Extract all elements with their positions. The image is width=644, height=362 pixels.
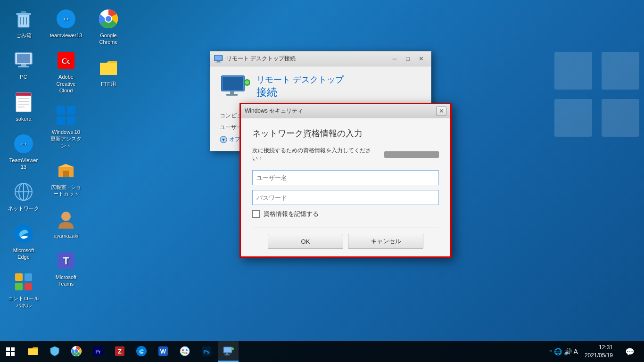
- svg-rect-48: [217, 61, 220, 62]
- desktop-icon-hirosaba[interactable]: 広報室 - ショートカット: [47, 156, 85, 200]
- svg-point-40: [61, 212, 71, 221]
- sakura-label: sakura: [16, 115, 31, 122]
- security-cancel-btn[interactable]: キャンセル: [348, 234, 423, 249]
- svg-rect-29: [15, 283, 23, 290]
- svg-rect-27: [15, 273, 23, 281]
- rdp-titlebar-icon: [214, 55, 223, 63]
- security-content: ネットワーク資格情報の入力 次に接続するための資格情報を入力してください： 資格…: [241, 118, 450, 256]
- svg-point-73: [182, 349, 184, 351]
- remember-credentials-row[interactable]: 資格情報を記憶する: [252, 210, 439, 218]
- desktop-icon-win10-update[interactable]: Windows 10 更新アシスタント: [47, 101, 85, 152]
- svg-rect-6: [21, 11, 26, 13]
- teams-icon: T: [55, 249, 77, 272]
- tray-speaker-icon[interactable]: 🔊: [564, 348, 572, 355]
- rdp-maximize-btn[interactable]: □: [402, 54, 414, 64]
- rdp-controls: ─ □ ✕: [388, 54, 427, 64]
- pc-label: PC: [20, 74, 27, 80]
- security-desc-text: 次に接続するための資格情報を入力してください：: [252, 147, 379, 163]
- desktop-icon-recycle-bin[interactable]: ごみ箱: [5, 5, 42, 41]
- start-button[interactable]: [0, 341, 21, 362]
- security-divider: [252, 228, 439, 228]
- ayamazaki-label: ayamazaki: [54, 232, 79, 239]
- security-ok-btn[interactable]: OK: [268, 234, 343, 249]
- svg-rect-15: [16, 93, 31, 96]
- svg-point-75: [184, 352, 186, 354]
- svg-rect-11: [17, 54, 30, 63]
- desktop: ごみ箱 PC sakura ↔ TeamViewer 13 ネットワーク: [0, 0, 644, 362]
- chrome-icon: [97, 8, 120, 30]
- svg-rect-51: [223, 77, 243, 90]
- taskbar-app-paint[interactable]: [174, 341, 195, 362]
- svg-point-72: [180, 346, 190, 356]
- security-buttons: OK キャンセル: [252, 234, 439, 249]
- desktop-icon-teamviewer[interactable]: ↔ TeamViewer 13: [5, 130, 42, 173]
- desktop-icon-sakura[interactable]: sakura: [5, 88, 42, 125]
- taskbar-app-explorer[interactable]: [23, 341, 43, 362]
- rdp-monitor-icon: [220, 74, 250, 100]
- rdp-minimize-btn[interactable]: ─: [388, 54, 401, 64]
- desktop-icon-teams[interactable]: T Microsoft Teams: [47, 247, 85, 290]
- taskbar-app-filezilla[interactable]: Z: [109, 341, 130, 362]
- taskbar-tray: ^ 🌐 🔊 A 12:31 2021/05/19 💬: [549, 341, 644, 362]
- svg-rect-49: [215, 62, 221, 63]
- desktop-icon-ayamazaki[interactable]: ayamazaki: [47, 205, 85, 242]
- tray-chevron[interactable]: ^: [549, 349, 552, 354]
- svg-rect-59: [11, 347, 15, 351]
- desktop-icon-edge[interactable]: Microsoft Edge: [5, 220, 42, 263]
- svg-text:Ps: Ps: [203, 349, 209, 354]
- password-input[interactable]: [252, 190, 439, 205]
- security-description: 次に接続するための資格情報を入力してください：: [252, 147, 439, 163]
- hirosaba-icon: [55, 159, 77, 182]
- taskbar-app-security[interactable]: [44, 341, 65, 362]
- win10-update-label: Windows 10 更新アシスタント: [49, 129, 83, 149]
- svg-rect-39: [63, 171, 69, 177]
- svg-text:↔: ↔: [19, 139, 28, 148]
- recycle-bin-label: ごみ箱: [16, 32, 32, 39]
- rdp-titlebar: リモート デスクトップ接続 ─ □ ✕: [210, 51, 431, 66]
- svg-text:T: T: [63, 255, 69, 267]
- svg-text:Z: Z: [118, 348, 122, 355]
- adobe-label: Adobe Creative Cloud: [49, 74, 83, 94]
- tray-network-icon: 🌐: [554, 348, 562, 355]
- taskbar-clock[interactable]: 12:31 2021/05/19: [581, 344, 617, 360]
- desktop-icon-network[interactable]: ネットワーク: [5, 178, 42, 214]
- svg-rect-36: [67, 106, 75, 115]
- taskbar-app-word[interactable]: W: [153, 341, 173, 362]
- rdp-window-title: リモート デスクトップ接続: [226, 55, 388, 63]
- chrome-label: Google Chrome: [91, 32, 125, 46]
- control-panel-icon: [12, 271, 35, 293]
- taskbar-app-premiere[interactable]: Pr: [88, 341, 108, 362]
- taskbar-app-photoshop[interactable]: Ps: [196, 341, 217, 362]
- desktop-icon-teamviewer13[interactable]: ↔ teamviewer13: [47, 5, 85, 41]
- tray-ime-icon[interactable]: A: [574, 348, 578, 355]
- desktop-icon-chrome[interactable]: Google Chrome: [90, 5, 127, 49]
- taskbar-app-rdp[interactable]: [218, 341, 239, 362]
- svg-rect-1: [602, 52, 639, 90]
- teamviewer13-icon: ↔: [55, 8, 77, 30]
- svg-rect-55: [226, 94, 238, 96]
- taskbar-app-chrome[interactable]: [66, 341, 87, 362]
- recycle-bin-icon: [12, 8, 35, 30]
- svg-point-45: [106, 16, 111, 22]
- svg-point-76: [182, 352, 184, 353]
- sakura-icon: [12, 91, 35, 114]
- taskbar-app-edge[interactable]: [131, 341, 152, 362]
- remember-checkbox[interactable]: [252, 210, 260, 218]
- notification-center-btn[interactable]: 💬: [619, 341, 640, 362]
- desktop-icon-pc[interactable]: PC: [5, 46, 42, 83]
- rdp-close-btn[interactable]: ✕: [415, 54, 427, 64]
- security-close-btn[interactable]: ✕: [436, 107, 446, 116]
- svg-rect-54: [230, 91, 234, 94]
- hirosaba-label: 広報室 - ショートカット: [49, 184, 83, 197]
- username-input[interactable]: [252, 170, 439, 185]
- svg-text:↔: ↔: [62, 14, 70, 24]
- desktop-icon-ftp[interactable]: FTP用: [90, 53, 127, 90]
- ftp-label: FTP用: [101, 81, 116, 87]
- ftp-icon: [97, 56, 120, 79]
- teams-label: Microsoft Teams: [49, 274, 83, 288]
- edge-label: Microsoft Edge: [7, 247, 41, 261]
- svg-point-64: [74, 349, 78, 353]
- security-blurred-host: [384, 151, 439, 158]
- desktop-icon-control-panel[interactable]: コントロール パネル: [5, 268, 42, 312]
- desktop-icon-adobe[interactable]: Cc Adobe Creative Cloud: [47, 46, 85, 97]
